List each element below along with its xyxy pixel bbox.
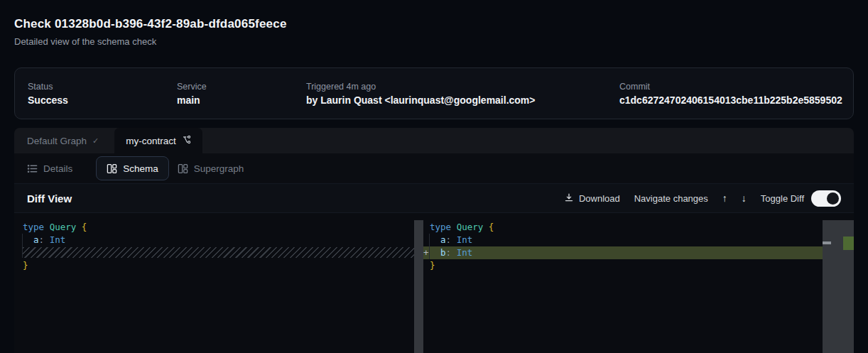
code-line: a: Int <box>423 234 823 246</box>
navigate-changes-button[interactable]: Navigate changes <box>634 193 708 204</box>
switch-knob <box>827 192 839 205</box>
tab-my-contract[interactable]: my-contract <box>114 128 202 153</box>
schema-diff-editor: type Query { a: Int} type Query { a: Int… <box>14 213 854 353</box>
contract-split-icon <box>182 135 191 146</box>
code-line: } <box>423 259 823 272</box>
subtab-schema-label: Schema <box>123 163 158 174</box>
download-label: Download <box>579 193 620 204</box>
summary-field-service: Service main <box>177 82 306 106</box>
page-header: Check 01328b0d-b396-43f2-89ab-dfda065fee… <box>14 17 287 47</box>
indent-guide <box>22 234 23 258</box>
summary-field-commit: Commit c1dc62724702406154013cbe11b225b2e… <box>619 82 842 106</box>
diff-controls: Download Navigate changes ↑ ↓ Toggle Dif… <box>564 190 841 207</box>
check-summary-card: Status Success Service main Triggered 4m… <box>14 67 854 119</box>
code-line: type Query { <box>423 221 823 234</box>
schema-layout-icon <box>107 163 117 174</box>
diff-view-header: Diff View Download Navigate changes ↑ ↓ <box>14 183 854 213</box>
toggle-diff-control: Toggle Diff <box>761 190 841 207</box>
arrow-down-icon: ↓ <box>742 192 747 204</box>
triggered-by-value: by Laurin Quast <laurinquast@googlemail.… <box>306 94 619 106</box>
diff-modified-pane[interactable]: type Query { a: Int+ b: Int } <box>423 213 854 353</box>
subtab-schema[interactable]: Schema <box>96 156 169 180</box>
page-title: Check 01328b0d-b396-43f2-89ab-dfda065fee… <box>14 17 287 31</box>
code-line: a: Int <box>23 234 414 246</box>
subtab-details[interactable]: Details <box>27 163 81 174</box>
indent-guide <box>429 234 430 259</box>
tab-default-graph-label: Default Graph <box>27 136 87 146</box>
added-change-marker <box>843 237 854 250</box>
service-value: main <box>177 94 306 106</box>
download-icon <box>564 192 574 205</box>
summary-field-triggered: Triggered 4m ago by Laurin Quast <laurin… <box>306 82 619 106</box>
diff-view-title: Diff View <box>27 192 72 205</box>
code-line: } <box>23 259 414 272</box>
supergraph-layout-icon <box>178 163 188 174</box>
status-value: Success <box>28 94 177 106</box>
diff-overview-ruler[interactable] <box>823 220 854 353</box>
code-line: type Query { <box>23 221 414 234</box>
original-pane-scrollbar[interactable] <box>414 220 423 353</box>
diff-gutter-sign <box>423 259 430 272</box>
summary-label: Service <box>177 82 306 92</box>
diff-added-line: + b: Int <box>423 246 823 259</box>
subtab-supergraph[interactable]: Supergraph <box>178 163 244 174</box>
summary-label: Commit <box>619 82 842 92</box>
list-icon <box>27 163 38 174</box>
navigate-changes-label: Navigate changes <box>634 193 708 204</box>
subtab-supergraph-label: Supergraph <box>194 163 244 174</box>
summary-label: Triggered 4m ago <box>306 82 619 92</box>
commit-hash-value: c1dc62724702406154013cbe11b225b2e5859502 <box>619 94 842 106</box>
download-button[interactable]: Download <box>564 192 620 205</box>
diff-original-pane[interactable]: type Query { a: Int} <box>14 213 423 353</box>
subtab-details-label: Details <box>43 163 72 174</box>
next-change-button[interactable]: ↓ <box>742 192 747 204</box>
check-icon: ✓ <box>92 136 99 146</box>
summary-label: Status <box>28 82 177 92</box>
ruler-thumb <box>823 241 831 244</box>
tab-default-graph[interactable]: Default Graph ✓ <box>27 128 114 153</box>
toggle-diff-switch[interactable] <box>811 190 841 207</box>
previous-change-button[interactable]: ↑ <box>722 192 727 204</box>
toggle-diff-label: Toggle Diff <box>761 193 804 204</box>
tab-my-contract-label: my-contract <box>126 136 176 146</box>
view-subtabs: Details Schema Supergraph <box>14 153 854 183</box>
arrow-up-icon: ↑ <box>722 192 727 204</box>
diff-gutter-sign <box>423 221 430 234</box>
page-subtitle: Detailed view of the schema check <box>14 36 287 47</box>
summary-field-status: Status Success <box>28 82 177 106</box>
diff-filler-line <box>23 247 414 258</box>
graph-tab-strip: Default Graph ✓ my-contract <box>14 128 854 153</box>
check-detail-panel: Details Schema Supergraph <box>14 153 854 353</box>
